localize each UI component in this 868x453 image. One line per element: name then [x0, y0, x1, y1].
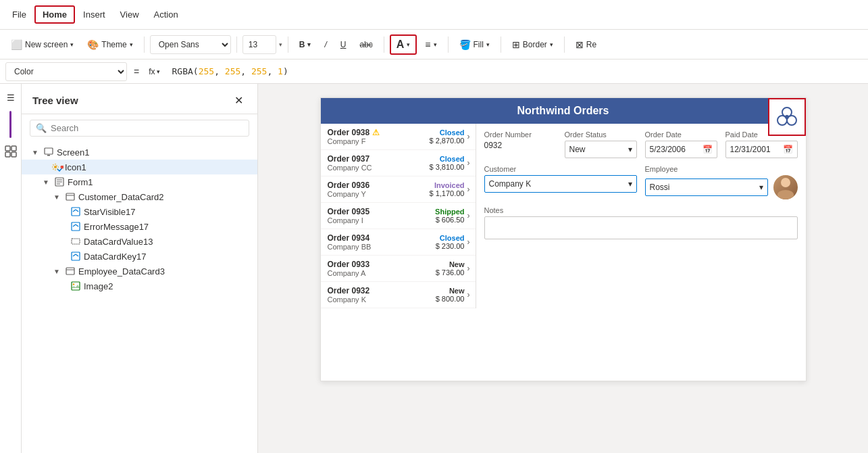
order-row-0936[interactable]: Order 0936 Company Y Invoiced $ 1,170.00…: [321, 176, 476, 203]
order-company-0935: Company I: [328, 216, 433, 224]
order-row-0932[interactable]: Order 0932 Company K New $ 800.00 ›: [321, 282, 476, 308]
tree-label-errormessage: ErrorMessage17: [84, 222, 149, 232]
toolbar: ⬜ New screen ▾ 🎨 Theme ▾ Open Sans ▾ B ▾…: [0, 30, 868, 59]
menu-action[interactable]: Action: [147, 7, 185, 22]
font-size-chevron-icon: ▾: [279, 41, 282, 48]
expand-form1[interactable]: ▼: [41, 176, 51, 187]
italic-button[interactable]: /: [319, 37, 332, 52]
expand-customer-dc[interactable]: ▼: [51, 191, 62, 202]
order-status-0935: Shipped: [435, 208, 464, 216]
order-name-0932: Order 0932: [328, 286, 433, 295]
rgba-close: ): [283, 66, 288, 76]
detail-row-2: Customer Company K ▾ Employee: [484, 165, 798, 199]
menu-file[interactable]: File: [5, 7, 33, 22]
tree-close-button[interactable]: ✕: [230, 92, 247, 108]
tree-item-screen1[interactable]: ▼ Screen1: [22, 145, 257, 160]
order-row-0938[interactable]: Order 0938 ⚠ Company F Closed $ 2,870.00…: [321, 124, 476, 150]
svg-line-19: [76, 224, 78, 226]
order-row-0933[interactable]: Order 0933 Company A New $ 736.00 ›: [321, 256, 476, 282]
order-date-field: Order Date 5/23/2006 📅: [645, 130, 717, 158]
order-amount-0932: $ 800.00: [436, 295, 465, 303]
employee-select[interactable]: Rossi ▾: [645, 178, 768, 196]
font-color-chevron-icon: ▾: [407, 41, 410, 48]
menu-insert[interactable]: Insert: [76, 7, 112, 22]
order-info-0932: Order 0932 Company K: [328, 286, 433, 304]
employee-chevron-icon: ▾: [759, 183, 763, 192]
order-amount-0938: $ 2,870.00: [430, 137, 465, 145]
formula-icon: [70, 206, 81, 217]
tree-item-errormessage[interactable]: ErrorMessage17: [22, 219, 257, 234]
formula-bar: Color = fx ▾ RGBA(255, 255, 255, 1): [0, 59, 868, 84]
order-name-0935: Order 0935: [328, 207, 433, 216]
theme-label: Theme: [101, 40, 126, 49]
order-company-0938: Company F: [328, 137, 427, 145]
rgba-r: 255: [199, 66, 214, 76]
border-button[interactable]: ⊞ Border ▾: [507, 37, 559, 53]
notes-input[interactable]: [484, 216, 798, 239]
detail-row-1: Order Number 0932 Order Status New ▾ Ord…: [484, 130, 798, 158]
resize-label: Re: [586, 40, 596, 49]
order-status-amount-0933: New $ 736.00: [436, 260, 465, 277]
tree-item-customer-datacard[interactable]: ▼ Customer_DataCard2: [22, 189, 257, 204]
toolbar-sep-4: [384, 37, 384, 53]
tree-item-icon1[interactable]: Icon1: [22, 160, 257, 174]
tree-item-starvisible[interactable]: StarVisible17: [22, 204, 257, 219]
tree-item-form1[interactable]: ▼ Form1: [22, 174, 257, 189]
new-screen-button[interactable]: ⬜ New screen ▾: [5, 37, 79, 53]
resize-button[interactable]: ⊠ Re: [570, 37, 602, 53]
paid-date-input[interactable]: 12/31/2001 📅: [725, 141, 798, 158]
formula-fx-button[interactable]: fx ▾: [146, 67, 162, 76]
menu-home[interactable]: Home: [34, 5, 75, 24]
order-row-0937[interactable]: Order 0937 Company CC Closed $ 3,810.00 …: [321, 150, 476, 176]
property-select[interactable]: Color: [5, 62, 127, 81]
tree-search-container: 🔍: [30, 120, 249, 137]
expand-employee-dc[interactable]: ▼: [51, 266, 62, 277]
tree-item-image2[interactable]: Image2: [22, 279, 257, 293]
customer-label: Customer: [484, 165, 637, 173]
font-color-button[interactable]: A ▾: [390, 34, 417, 55]
tree-search-input[interactable]: [51, 123, 243, 133]
customer-select-value: Company K: [489, 179, 532, 189]
strikethrough-button[interactable]: abc: [354, 37, 378, 52]
order-name-0934: Order 0934: [328, 233, 433, 243]
notes-field: Notes: [484, 206, 798, 241]
order-status-amount-0937: Closed $ 3,810.00: [430, 155, 465, 171]
tree-item-employee-datacard[interactable]: ▼ Employee_DataCard3: [22, 264, 257, 279]
svg-rect-0: [5, 146, 10, 151]
new-screen-chevron-icon: ▾: [70, 41, 74, 48]
order-status-0938: Closed: [430, 128, 465, 137]
employee-section: Rossi ▾: [645, 175, 798, 199]
tree-item-datacardvalue[interactable]: DataCardValue13: [22, 234, 257, 249]
formula-value: RGBA(255, 255, 255, 1): [172, 66, 288, 76]
screens-icon[interactable]: [3, 143, 19, 160]
app-logo[interactable]: [768, 98, 806, 136]
svg-line-23: [76, 254, 78, 256]
customer-select[interactable]: Company K ▾: [484, 175, 637, 193]
order-date-input[interactable]: 5/23/2006 📅: [645, 141, 717, 158]
tree-title: Tree view: [32, 95, 78, 106]
fill-button[interactable]: 🪣 Fill ▾: [454, 37, 495, 53]
order-number-label: Order Number: [484, 130, 557, 139]
fill-label: Fill: [474, 40, 484, 49]
order-info-0937: Order 0937 Company CC: [328, 154, 427, 172]
font-size-input[interactable]: [242, 35, 276, 54]
formula-icon-3: [70, 251, 81, 262]
tree-content: ▼ Screen1: [22, 142, 257, 453]
order-row-0935[interactable]: Order 0935 Company I Shipped $ 606.50 ›: [321, 203, 476, 229]
rgba-func: RGBA(: [172, 66, 199, 76]
bold-button[interactable]: B ▾: [294, 37, 317, 52]
tree-item-datacardkey[interactable]: DataCardKey17: [22, 249, 257, 264]
order-row-0934[interactable]: Order 0934 Company BB Closed $ 230.00 ›: [321, 229, 476, 256]
expand-errormessage: [62, 221, 68, 232]
icon1-icon: [49, 162, 62, 172]
menu-view[interactable]: View: [113, 7, 146, 22]
font-family-select[interactable]: Open Sans: [150, 35, 231, 54]
expand-screen1[interactable]: ▼: [30, 147, 41, 158]
underline-button[interactable]: U: [335, 37, 352, 52]
svg-point-27: [73, 283, 74, 285]
order-status-select[interactable]: New ▾: [565, 141, 637, 158]
align-button[interactable]: ≡ ▾: [419, 37, 442, 53]
hamburger-button[interactable]: ☰: [3, 89, 19, 105]
theme-button[interactable]: 🎨 Theme ▾: [82, 37, 138, 53]
tree-label-form1: Form1: [68, 177, 93, 187]
